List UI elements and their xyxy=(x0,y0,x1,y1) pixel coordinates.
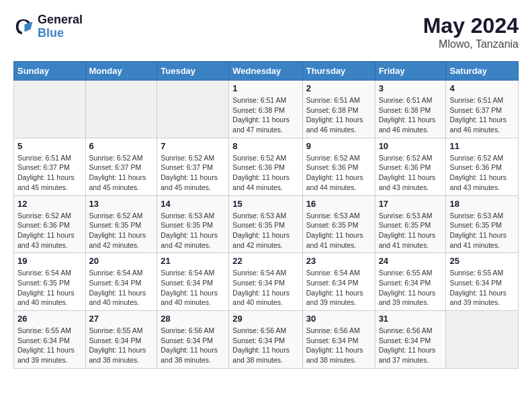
day-info: Sunrise: 6:52 AM Sunset: 6:36 PM Dayligh… xyxy=(379,153,443,193)
day-info: Sunrise: 6:52 AM Sunset: 6:36 PM Dayligh… xyxy=(449,153,515,193)
calendar-week-row: 1Sunrise: 6:51 AM Sunset: 6:38 PM Daylig… xyxy=(14,81,519,138)
day-info: Sunrise: 6:53 AM Sunset: 6:35 PM Dayligh… xyxy=(161,211,225,250)
calendar-cell: 15Sunrise: 6:53 AM Sunset: 6:35 PM Dayli… xyxy=(229,195,302,253)
calendar-week-row: 5Sunrise: 6:51 AM Sunset: 6:37 PM Daylig… xyxy=(14,138,519,195)
day-info: Sunrise: 6:51 AM Sunset: 6:37 PM Dayligh… xyxy=(449,95,515,135)
day-info: Sunrise: 6:55 AM Sunset: 6:34 PM Dayligh… xyxy=(379,268,443,308)
day-number: 18 xyxy=(449,199,515,209)
calendar-cell: 24Sunrise: 6:55 AM Sunset: 6:34 PM Dayli… xyxy=(375,253,446,311)
calendar-cell: 27Sunrise: 6:55 AM Sunset: 6:34 PM Dayli… xyxy=(85,311,157,369)
day-number: 25 xyxy=(449,256,515,266)
calendar-cell: 30Sunrise: 6:56 AM Sunset: 6:34 PM Dayli… xyxy=(302,311,375,369)
calendar-cell: 31Sunrise: 6:56 AM Sunset: 6:34 PM Dayli… xyxy=(375,311,446,369)
calendar-cell: 19Sunrise: 6:54 AM Sunset: 6:35 PM Dayli… xyxy=(14,253,86,311)
calendar-cell: 6Sunrise: 6:52 AM Sunset: 6:37 PM Daylig… xyxy=(85,138,157,195)
day-number: 13 xyxy=(89,199,154,209)
title-block: May 2024 Mlowo, Tanzania xyxy=(423,13,519,50)
calendar-cell: 11Sunrise: 6:52 AM Sunset: 6:36 PM Dayli… xyxy=(446,138,519,195)
day-number: 3 xyxy=(379,83,443,93)
day-number: 4 xyxy=(449,83,515,93)
day-number: 2 xyxy=(306,83,371,93)
day-info: Sunrise: 6:51 AM Sunset: 6:38 PM Dayligh… xyxy=(306,95,371,135)
day-header-sunday: Sunday xyxy=(14,62,86,81)
calendar-cell xyxy=(446,311,519,369)
calendar-week-row: 19Sunrise: 6:54 AM Sunset: 6:35 PM Dayli… xyxy=(14,253,519,311)
calendar-cell xyxy=(157,81,229,138)
day-info: Sunrise: 6:56 AM Sunset: 6:34 PM Dayligh… xyxy=(232,326,298,365)
logo-text: General Blue xyxy=(38,13,83,40)
day-number: 20 xyxy=(89,256,154,266)
calendar-cell: 28Sunrise: 6:56 AM Sunset: 6:34 PM Dayli… xyxy=(157,311,229,369)
day-info: Sunrise: 6:52 AM Sunset: 6:36 PM Dayligh… xyxy=(232,153,298,193)
day-info: Sunrise: 6:54 AM Sunset: 6:34 PM Dayligh… xyxy=(161,268,225,308)
day-info: Sunrise: 6:52 AM Sunset: 6:36 PM Dayligh… xyxy=(306,153,371,193)
day-info: Sunrise: 6:55 AM Sunset: 6:34 PM Dayligh… xyxy=(89,326,154,365)
day-info: Sunrise: 6:53 AM Sunset: 6:35 PM Dayligh… xyxy=(306,211,371,250)
logo-icon xyxy=(13,17,34,37)
day-info: Sunrise: 6:52 AM Sunset: 6:35 PM Dayligh… xyxy=(89,211,154,250)
day-info: Sunrise: 6:51 AM Sunset: 6:37 PM Dayligh… xyxy=(17,153,82,193)
day-number: 16 xyxy=(306,199,371,209)
day-header-saturday: Saturday xyxy=(446,62,519,81)
calendar-cell: 2Sunrise: 6:51 AM Sunset: 6:38 PM Daylig… xyxy=(302,81,375,138)
calendar-cell xyxy=(14,81,86,138)
day-header-friday: Friday xyxy=(375,62,446,81)
day-info: Sunrise: 6:52 AM Sunset: 6:37 PM Dayligh… xyxy=(89,153,154,193)
calendar-cell: 9Sunrise: 6:52 AM Sunset: 6:36 PM Daylig… xyxy=(302,138,375,195)
day-number: 15 xyxy=(232,199,298,209)
calendar-week-row: 12Sunrise: 6:52 AM Sunset: 6:36 PM Dayli… xyxy=(14,195,519,253)
calendar-cell: 20Sunrise: 6:54 AM Sunset: 6:34 PM Dayli… xyxy=(85,253,157,311)
calendar-cell: 12Sunrise: 6:52 AM Sunset: 6:36 PM Dayli… xyxy=(14,195,86,253)
day-number: 27 xyxy=(89,314,154,324)
calendar-cell: 8Sunrise: 6:52 AM Sunset: 6:36 PM Daylig… xyxy=(229,138,302,195)
calendar-cell: 26Sunrise: 6:55 AM Sunset: 6:34 PM Dayli… xyxy=(14,311,86,369)
day-number: 8 xyxy=(232,141,298,151)
calendar-cell: 1Sunrise: 6:51 AM Sunset: 6:38 PM Daylig… xyxy=(229,81,302,138)
calendar-cell: 10Sunrise: 6:52 AM Sunset: 6:36 PM Dayli… xyxy=(375,138,446,195)
day-header-monday: Monday xyxy=(85,62,157,81)
calendar-table: SundayMondayTuesdayWednesdayThursdayFrid… xyxy=(13,61,519,369)
month-year-title: May 2024 xyxy=(423,13,519,38)
day-number: 12 xyxy=(17,199,82,209)
calendar-cell: 29Sunrise: 6:56 AM Sunset: 6:34 PM Dayli… xyxy=(229,311,302,369)
location-title: Mlowo, Tanzania xyxy=(423,38,519,50)
day-info: Sunrise: 6:54 AM Sunset: 6:34 PM Dayligh… xyxy=(306,268,371,308)
day-number: 11 xyxy=(449,141,515,151)
day-info: Sunrise: 6:55 AM Sunset: 6:34 PM Dayligh… xyxy=(17,326,82,365)
day-number: 7 xyxy=(161,141,225,151)
day-info: Sunrise: 6:52 AM Sunset: 6:37 PM Dayligh… xyxy=(161,153,225,193)
calendar-cell: 16Sunrise: 6:53 AM Sunset: 6:35 PM Dayli… xyxy=(302,195,375,253)
day-header-tuesday: Tuesday xyxy=(157,62,229,81)
calendar-week-row: 26Sunrise: 6:55 AM Sunset: 6:34 PM Dayli… xyxy=(14,311,519,369)
calendar-cell: 5Sunrise: 6:51 AM Sunset: 6:37 PM Daylig… xyxy=(14,138,86,195)
calendar-cell: 4Sunrise: 6:51 AM Sunset: 6:37 PM Daylig… xyxy=(446,81,519,138)
calendar-cell: 21Sunrise: 6:54 AM Sunset: 6:34 PM Dayli… xyxy=(157,253,229,311)
day-info: Sunrise: 6:51 AM Sunset: 6:38 PM Dayligh… xyxy=(232,95,298,135)
calendar-cell: 7Sunrise: 6:52 AM Sunset: 6:37 PM Daylig… xyxy=(157,138,229,195)
day-number: 6 xyxy=(89,141,154,151)
day-info: Sunrise: 6:53 AM Sunset: 6:35 PM Dayligh… xyxy=(232,211,298,250)
calendar-cell: 17Sunrise: 6:53 AM Sunset: 6:35 PM Dayli… xyxy=(375,195,446,253)
day-header-thursday: Thursday xyxy=(302,62,375,81)
day-info: Sunrise: 6:53 AM Sunset: 6:35 PM Dayligh… xyxy=(449,211,515,250)
day-info: Sunrise: 6:54 AM Sunset: 6:34 PM Dayligh… xyxy=(89,268,154,308)
calendar-cell xyxy=(85,81,157,138)
calendar-cell: 3Sunrise: 6:51 AM Sunset: 6:38 PM Daylig… xyxy=(375,81,446,138)
day-number: 24 xyxy=(379,256,443,266)
calendar-cell: 18Sunrise: 6:53 AM Sunset: 6:35 PM Dayli… xyxy=(446,195,519,253)
page-header: General Blue May 2024 Mlowo, Tanzania xyxy=(13,13,519,50)
calendar-cell: 25Sunrise: 6:55 AM Sunset: 6:34 PM Dayli… xyxy=(446,253,519,311)
day-number: 10 xyxy=(379,141,443,151)
day-number: 5 xyxy=(17,141,82,151)
day-info: Sunrise: 6:56 AM Sunset: 6:34 PM Dayligh… xyxy=(306,326,371,365)
day-number: 31 xyxy=(379,314,443,324)
calendar-header-row: SundayMondayTuesdayWednesdayThursdayFrid… xyxy=(14,62,519,81)
day-info: Sunrise: 6:52 AM Sunset: 6:36 PM Dayligh… xyxy=(17,211,82,250)
day-number: 1 xyxy=(232,83,298,93)
calendar-cell: 14Sunrise: 6:53 AM Sunset: 6:35 PM Dayli… xyxy=(157,195,229,253)
day-number: 30 xyxy=(306,314,371,324)
day-info: Sunrise: 6:55 AM Sunset: 6:34 PM Dayligh… xyxy=(449,268,515,308)
day-number: 26 xyxy=(17,314,82,324)
day-info: Sunrise: 6:54 AM Sunset: 6:35 PM Dayligh… xyxy=(17,268,82,308)
day-info: Sunrise: 6:51 AM Sunset: 6:38 PM Dayligh… xyxy=(379,95,443,135)
